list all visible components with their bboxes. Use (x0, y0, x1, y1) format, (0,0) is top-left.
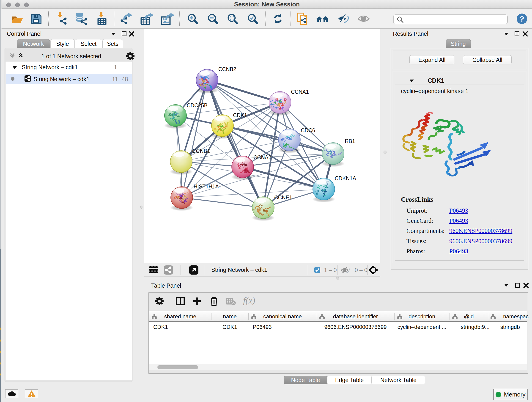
svg-text:CCNB1: CCNB1 (192, 148, 210, 154)
svg-text:CCNB2: CCNB2 (218, 66, 236, 72)
svg-text:CDC6: CDC6 (301, 128, 315, 133)
svg-text:CDK1: CDK1 (233, 112, 247, 118)
svg-text:CDC25B: CDC25B (187, 102, 208, 108)
svg-text:CDKN1A: CDKN1A (335, 175, 356, 181)
svg-text:CCNA2: CCNA2 (253, 154, 271, 160)
svg-text:CCNE1: CCNE1 (274, 195, 292, 201)
svg-text:CCNA1: CCNA1 (291, 89, 309, 95)
svg-text:?: ? (520, 14, 525, 23)
svg-text:RB1: RB1 (345, 138, 355, 144)
svg-text:HIST1H1A: HIST1H1A (194, 184, 219, 190)
